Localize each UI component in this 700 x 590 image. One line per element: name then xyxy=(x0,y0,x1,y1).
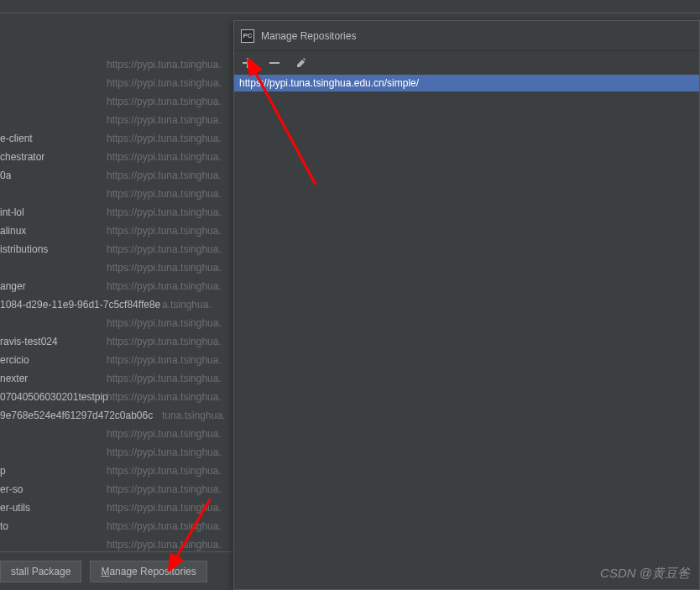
package-row[interactable]: er-sohttps://pypi.tuna.tsinghua. xyxy=(0,480,233,499)
package-row[interactable]: https://pypi.tuna.tsinghua. xyxy=(0,92,233,111)
package-row[interactable]: https://pypi.tuna.tsinghua. xyxy=(0,74,233,92)
package-name: int-lol xyxy=(0,206,24,218)
package-name: 07040506030201testpip xyxy=(0,391,108,403)
pycharm-icon: PC xyxy=(241,29,254,43)
remove-icon[interactable] xyxy=(268,56,281,70)
package-source: https://pypi.tuna.tsinghua. xyxy=(107,446,222,458)
package-name: ercicio xyxy=(0,354,29,366)
package-row[interactable]: https://pypi.tuna.tsinghua. xyxy=(0,314,233,332)
package-source: https://pypi.tuna.tsinghua. xyxy=(107,317,222,329)
package-source: https://pypi.tuna.tsinghua. xyxy=(107,465,222,477)
package-source: https://pypi.tuna.tsinghua. xyxy=(107,170,222,181)
package-name: er-so xyxy=(0,483,23,495)
package-list: https://pypi.tuna.tsinghua.https://pypi.… xyxy=(0,55,233,554)
package-row[interactable]: angerhttps://pypi.tuna.tsinghua. xyxy=(0,277,233,295)
package-name: ravis-test024 xyxy=(0,336,58,347)
dialog-title: Manage Repositories xyxy=(261,30,356,42)
manage-prefix: M xyxy=(101,566,109,577)
package-source: https://pypi.tuna.tsinghua. xyxy=(107,151,222,163)
package-source: https://pypi.tuna.tsinghua. xyxy=(107,428,222,440)
package-name: 0a xyxy=(0,170,11,181)
add-icon[interactable] xyxy=(241,56,254,70)
package-row[interactable]: chestratorhttps://pypi.tuna.tsinghua. xyxy=(0,148,233,166)
watermark: CSDN @黄豆爸 xyxy=(600,566,690,582)
repository-list: https://pypi.tuna.tsinghua.edu.cn/simple… xyxy=(234,75,699,91)
package-name: 9e768e524e4f61297d472c0ab06c xyxy=(0,410,153,421)
svg-rect-0 xyxy=(269,62,279,64)
package-row[interactable]: 9e768e524e4f61297d472c0ab06ctuna.tsinghu… xyxy=(0,406,233,425)
package-row[interactable]: 0ahttps://pypi.tuna.tsinghua. xyxy=(0,166,233,185)
package-source: https://pypi.tuna.tsinghua. xyxy=(107,280,222,292)
package-source: https://pypi.tuna.tsinghua. xyxy=(107,243,222,255)
package-source: https://pypi.tuna.tsinghua. xyxy=(107,391,222,403)
package-source: https://pypi.tuna.tsinghua. xyxy=(107,59,222,70)
package-source: a.tsinghua. xyxy=(162,299,212,311)
package-source: https://pypi.tuna.tsinghua. xyxy=(107,206,222,218)
edit-icon[interactable] xyxy=(295,56,308,70)
package-row[interactable]: https://pypi.tuna.tsinghua. xyxy=(0,185,233,203)
package-row[interactable]: https://pypi.tuna.tsinghua. xyxy=(0,258,233,277)
package-row[interactable]: https://pypi.tuna.tsinghua. xyxy=(0,425,233,443)
repository-item-selected[interactable]: https://pypi.tuna.tsinghua.edu.cn/simple… xyxy=(234,75,699,91)
package-name: e-client xyxy=(0,133,33,144)
package-source: https://pypi.tuna.tsinghua. xyxy=(107,336,222,347)
package-row[interactable]: int-lolhttps://pypi.tuna.tsinghua. xyxy=(0,203,233,222)
package-row[interactable]: 1084-d29e-11e9-96d1-7c5cf84ffe8ea.tsingh… xyxy=(0,295,233,314)
package-row[interactable]: https://pypi.tuna.tsinghua. xyxy=(0,55,233,74)
package-row[interactable]: nexterhttps://pypi.tuna.tsinghua. xyxy=(0,369,233,388)
package-source: https://pypi.tuna.tsinghua. xyxy=(107,188,222,200)
manage-repositories-dialog: PC Manage Repositories https://pypi.tuna… xyxy=(233,20,700,590)
package-name: anger xyxy=(0,280,26,292)
package-row[interactable]: tohttps://pypi.tuna.tsinghua. xyxy=(0,517,233,535)
dialog-toolbar xyxy=(234,51,699,75)
package-row[interactable]: istributionshttps://pypi.tuna.tsinghua. xyxy=(0,240,233,258)
package-source: https://pypi.tuna.tsinghua. xyxy=(107,354,222,366)
install-package-button[interactable]: stall Package xyxy=(0,561,81,582)
package-name: p xyxy=(0,465,6,477)
manage-rest: anage Repositories xyxy=(109,566,196,577)
install-label: stall Package xyxy=(11,566,71,577)
package-name: istributions xyxy=(0,243,48,255)
package-source: https://pypi.tuna.tsinghua. xyxy=(107,483,222,495)
package-source: https://pypi.tuna.tsinghua. xyxy=(107,225,222,237)
package-name: alinux xyxy=(0,225,26,237)
package-row[interactable]: https://pypi.tuna.tsinghua. xyxy=(0,443,233,462)
package-name: er-utils xyxy=(0,502,30,514)
package-source: https://pypi.tuna.tsinghua. xyxy=(107,262,222,274)
package-name: to xyxy=(0,520,8,532)
package-row[interactable]: phttps://pypi.tuna.tsinghua. xyxy=(0,462,233,480)
package-name: chestrator xyxy=(0,151,44,163)
package-row[interactable]: 07040506030201testpiphttps://pypi.tuna.t… xyxy=(0,388,233,406)
dialog-title-bar: PC Manage Repositories xyxy=(234,21,699,51)
manage-repositories-button[interactable]: Manage Repositories xyxy=(90,561,206,582)
package-row[interactable]: erciciohttps://pypi.tuna.tsinghua. xyxy=(0,351,233,369)
package-source: https://pypi.tuna.tsinghua. xyxy=(107,96,222,107)
package-source: https://pypi.tuna.tsinghua. xyxy=(107,502,222,514)
package-source: https://pypi.tuna.tsinghua. xyxy=(107,373,222,384)
package-row[interactable]: ravis-test024https://pypi.tuna.tsinghua. xyxy=(0,332,233,351)
bottom-toolbar: stall Package Manage Repositories xyxy=(0,551,233,590)
package-name: nexter xyxy=(0,373,28,384)
package-source: https://pypi.tuna.tsinghua. xyxy=(107,77,222,89)
package-source: https://pypi.tuna.tsinghua. xyxy=(107,114,222,126)
package-name: 1084-d29e-11e9-96d1-7c5cf84ffe8e xyxy=(0,299,160,311)
package-row[interactable]: er-utilshttps://pypi.tuna.tsinghua. xyxy=(0,499,233,517)
package-source: https://pypi.tuna.tsinghua. xyxy=(107,539,222,551)
package-source: tuna.tsinghua. xyxy=(162,410,225,421)
package-row[interactable]: alinuxhttps://pypi.tuna.tsinghua. xyxy=(0,222,233,240)
top-border xyxy=(0,13,700,13)
package-source: https://pypi.tuna.tsinghua. xyxy=(107,133,222,144)
package-row[interactable]: e-clienthttps://pypi.tuna.tsinghua. xyxy=(0,129,233,148)
package-row[interactable]: https://pypi.tuna.tsinghua. xyxy=(0,111,233,129)
package-source: https://pypi.tuna.tsinghua. xyxy=(107,520,222,532)
